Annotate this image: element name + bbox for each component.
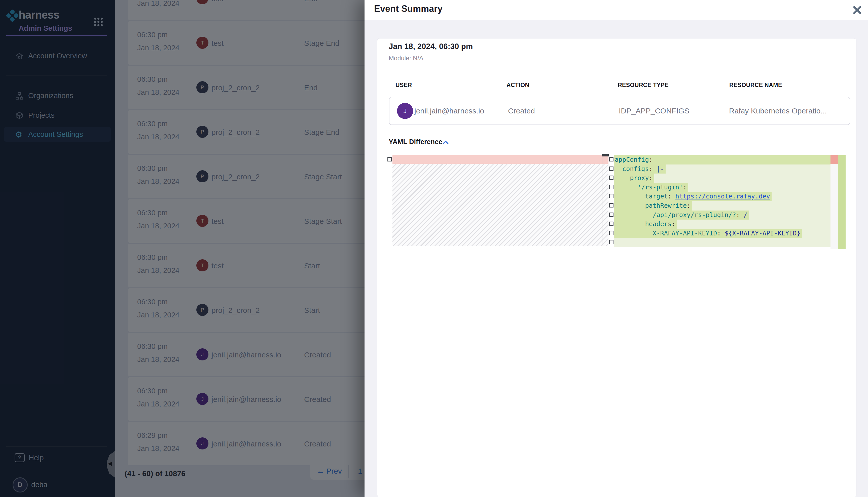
added-line-highlight: appConfig:: [614, 155, 830, 165]
added-line-highlight: '/rs-plugin':: [614, 183, 688, 192]
yaml-diff-viewer: appConfig: configs: |- proxy: '/rs-plugi…: [377, 155, 856, 249]
fold-marker-icon[interactable]: [609, 194, 614, 198]
column-header-action: ACTION: [507, 82, 529, 88]
added-line-highlight: pathRewrite:: [614, 201, 692, 211]
diff-new-pane: appConfig: configs: |- proxy: '/rs-plugi…: [614, 155, 830, 247]
yaml-difference-toggle[interactable]: YAML Difference: [389, 138, 442, 146]
added-marker-bar: [838, 155, 845, 249]
fold-marker-icon[interactable]: [609, 222, 614, 226]
close-icon: [849, 2, 865, 18]
code-line: pathRewrite:: [614, 201, 830, 211]
removed-marker: [830, 155, 838, 164]
removed-line-block: [392, 155, 608, 164]
avatar: J: [397, 103, 413, 119]
event-action: Created: [508, 106, 535, 115]
code-line: [614, 238, 830, 247]
event-resource-name: Rafay Kubernetes Operatio...: [729, 106, 827, 115]
diff-pane-divider: [602, 155, 603, 246]
column-header-user: USER: [396, 82, 412, 88]
fold-marker-icon[interactable]: [609, 213, 614, 217]
fold-marker-icon[interactable]: [609, 167, 614, 171]
column-header-resource-name: RESOURCE NAME: [729, 82, 782, 88]
code-line: /api/proxy/rs-plugin/?: /: [614, 211, 830, 220]
fold-marker-icon[interactable]: [609, 157, 614, 161]
diff-marker-column: [830, 155, 838, 249]
diff-scroll-tick: [602, 154, 609, 156]
event-summary-modal: Event Summary Jan 18, 2024, 06:30 pm Mod…: [364, 0, 868, 497]
fold-marker-icon[interactable]: [609, 240, 614, 244]
added-line-highlight: X-RAFAY-API-KEYID: ${X-RAFAY-API-KEYID}: [614, 229, 802, 238]
event-user: jenil.jain@harness.io: [414, 106, 484, 115]
code-line: proxy:: [614, 173, 830, 183]
added-line-highlight: configs: |-: [614, 165, 665, 174]
code-line: X-RAFAY-API-KEYID: ${X-RAFAY-API-KEYID}: [614, 229, 830, 238]
event-timestamp: Jan 18, 2024, 06:30 pm: [389, 42, 473, 51]
code-line: target: https://console.rafay.dev: [614, 192, 830, 201]
added-line-highlight: proxy:: [614, 173, 654, 183]
modal-body: Jan 18, 2024, 06:30 pm Module: N/A USER …: [364, 20, 868, 497]
chevron-up-icon[interactable]: [442, 140, 449, 146]
fold-marker-icon[interactable]: [609, 185, 614, 189]
column-header-resource-type: RESOURCE TYPE: [618, 82, 669, 88]
code-line: appConfig:: [614, 155, 830, 165]
event-detail-panel: Jan 18, 2024, 06:30 pm Module: N/A USER …: [377, 38, 856, 497]
added-line-highlight: /api/proxy/rs-plugin/?: /: [614, 211, 749, 220]
fold-marker-icon[interactable]: [387, 157, 392, 161]
close-button[interactable]: [849, 2, 865, 18]
code-line: headers:: [614, 219, 830, 229]
modal-title: Event Summary: [374, 3, 443, 14]
fold-marker-icon[interactable]: [609, 203, 614, 208]
added-line-highlight: headers:: [614, 219, 677, 229]
event-resource-type: IDP_APP_CONFIGS: [619, 106, 689, 115]
added-line-highlight: target: https://console.rafay.dev: [614, 192, 772, 201]
diff-old-pane: [392, 155, 608, 246]
code-line: '/rs-plugin':: [614, 183, 830, 192]
modal-header: Event Summary: [364, 0, 868, 20]
code-link[interactable]: https://console.rafay.dev: [675, 193, 770, 200]
diff-empty-filler: [392, 164, 608, 246]
event-module: Module: N/A: [389, 55, 424, 62]
screen: harness Admin Settings Account Overview …: [0, 0, 868, 497]
event-table-row: J jenil.jain@harness.io Created IDP_APP_…: [389, 97, 850, 125]
fold-marker-icon[interactable]: [609, 175, 614, 180]
fold-marker-icon[interactable]: [609, 231, 614, 235]
code-lines: appConfig: configs: |- proxy: '/rs-plugi…: [614, 155, 830, 247]
code-line: configs: |-: [614, 165, 830, 174]
